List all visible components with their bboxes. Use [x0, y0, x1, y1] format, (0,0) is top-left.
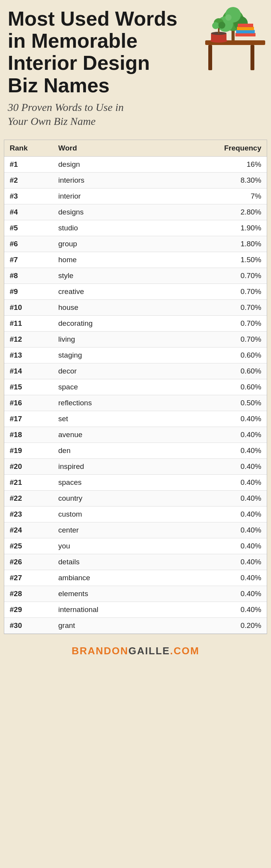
cell-word: staging [53, 347, 199, 363]
main-title: Most Used Wordsin MemorableInterior Desi… [8, 8, 197, 97]
svg-rect-8 [250, 45, 254, 70]
table-row: #6group1.80% [4, 236, 267, 252]
cell-rank: #27 [4, 570, 53, 586]
table-row: #17set0.40% [4, 411, 267, 427]
cell-word: inspired [53, 458, 199, 474]
svg-rect-9 [235, 33, 256, 36]
cell-rank: #25 [4, 538, 53, 554]
cell-word: house [53, 299, 199, 315]
cell-word: decorating [53, 315, 199, 331]
cell-frequency: 0.70% [199, 299, 267, 315]
cell-frequency: 0.60% [199, 379, 267, 395]
cell-word: you [53, 538, 199, 554]
cell-word: den [53, 443, 199, 458]
footer: BRANDONGAILLE.COM [0, 638, 271, 666]
cell-rank: #17 [4, 411, 53, 427]
cell-frequency: 1.80% [199, 236, 267, 252]
cell-rank: #4 [4, 204, 53, 220]
cell-frequency: 0.40% [199, 474, 267, 490]
svg-point-5 [225, 14, 232, 21]
cell-rank: #15 [4, 379, 53, 395]
cell-rank: #26 [4, 554, 53, 570]
cell-word: creative [53, 284, 199, 299]
cell-word: custom [53, 506, 199, 522]
footer-gaille: GAILLE [129, 645, 170, 657]
footer-com: .COM [170, 645, 199, 657]
cell-frequency: 0.40% [199, 586, 267, 602]
cell-word: reflections [53, 395, 199, 411]
cell-word: designs [53, 204, 199, 220]
cell-rank: #5 [4, 220, 53, 236]
cell-rank: #18 [4, 427, 53, 443]
cell-word: elements [53, 586, 199, 602]
cell-rank: #3 [4, 188, 53, 204]
cell-word: living [53, 331, 199, 347]
table-row: #27ambiance0.40% [4, 570, 267, 586]
table-row: #13staging0.60% [4, 347, 267, 363]
table-row: #19den0.40% [4, 443, 267, 458]
table-row: #24center0.40% [4, 522, 267, 538]
cell-rank: #8 [4, 268, 53, 284]
cell-frequency: 0.40% [199, 490, 267, 506]
cell-frequency: 0.40% [199, 443, 267, 458]
cell-word: avenue [53, 427, 199, 443]
cell-frequency: 0.20% [199, 617, 267, 633]
cell-frequency: 0.40% [199, 427, 267, 443]
table-row: #20inspired0.40% [4, 458, 267, 474]
cell-frequency: 0.40% [199, 458, 267, 474]
table-row: #23custom0.40% [4, 506, 267, 522]
cell-rank: #24 [4, 522, 53, 538]
cell-rank: #16 [4, 395, 53, 411]
cell-word: spaces [53, 474, 199, 490]
cell-rank: #13 [4, 347, 53, 363]
cell-rank: #10 [4, 299, 53, 315]
cell-rank: #2 [4, 172, 53, 188]
table-row: #12living0.70% [4, 331, 267, 347]
table-row: #21spaces0.40% [4, 474, 267, 490]
svg-point-18 [212, 22, 219, 29]
cell-frequency: 7% [199, 188, 267, 204]
cell-frequency: 0.60% [199, 347, 267, 363]
cell-word: studio [53, 220, 199, 236]
cell-word: group [53, 236, 199, 252]
cell-frequency: 16% [199, 156, 267, 172]
svg-point-19 [218, 22, 225, 29]
cell-word: decor [53, 363, 199, 379]
cell-frequency: 0.40% [199, 554, 267, 570]
cell-rank: #23 [4, 506, 53, 522]
table-row: #28elements0.40% [4, 586, 267, 602]
cell-word: center [53, 522, 199, 538]
cell-frequency: 0.70% [199, 331, 267, 347]
cell-word: ambiance [53, 570, 199, 586]
cell-rank: #28 [4, 586, 53, 602]
table-row: #5studio1.90% [4, 220, 267, 236]
cell-rank: #9 [4, 284, 53, 299]
svg-rect-7 [208, 45, 212, 70]
cell-frequency: 0.40% [199, 570, 267, 586]
footer-brand: BRANDON [72, 645, 129, 657]
table-row: #18avenue0.40% [4, 427, 267, 443]
table-row: #16reflections0.50% [4, 395, 267, 411]
col-header-rank: Rank [4, 140, 53, 157]
cell-word: interiors [53, 172, 199, 188]
cell-rank: #12 [4, 331, 53, 347]
cell-frequency: 0.40% [199, 411, 267, 427]
table-row: #30grant0.20% [4, 617, 267, 633]
table-row: #22country0.40% [4, 490, 267, 506]
cell-rank: #19 [4, 443, 53, 458]
table-row: #9creative0.70% [4, 284, 267, 299]
table-row: #14decor0.60% [4, 363, 267, 379]
col-header-word: Word [53, 140, 199, 157]
table-row: #10house0.70% [4, 299, 267, 315]
cell-word: details [53, 554, 199, 570]
table-row: #4designs2.80% [4, 204, 267, 220]
col-header-frequency: Frequency [199, 140, 267, 157]
cell-word: country [53, 490, 199, 506]
table-row: #25you0.40% [4, 538, 267, 554]
cell-frequency: 0.70% [199, 284, 267, 299]
cell-word: style [53, 268, 199, 284]
cell-word: grant [53, 617, 199, 633]
cell-frequency: 0.60% [199, 363, 267, 379]
cell-word: set [53, 411, 199, 427]
cell-frequency: 0.40% [199, 506, 267, 522]
